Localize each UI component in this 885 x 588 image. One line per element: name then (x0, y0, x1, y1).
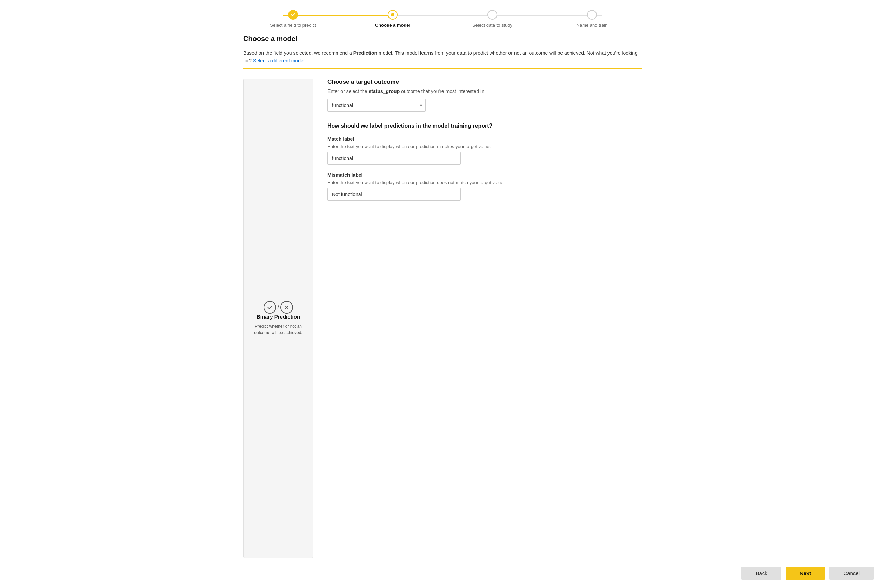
check-cross-icon: / (264, 301, 292, 314)
step-4-label: Name and train (576, 22, 608, 28)
labels-section-title: How should we label predictions in the m… (327, 123, 642, 129)
page-title: Choose a model (243, 35, 642, 43)
model-card-title: Binary Prediction (256, 314, 300, 320)
back-button[interactable]: Back (741, 567, 781, 580)
right-panel: Choose a target outcome Enter or select … (327, 79, 642, 558)
cancel-button[interactable]: Cancel (829, 567, 874, 580)
target-outcome-desc: Enter or select the status_group outcome… (327, 88, 642, 94)
step-3-circle (488, 10, 497, 20)
match-label-name: Match label (327, 136, 642, 142)
info-bold: Prediction (353, 50, 377, 56)
mismatch-label-input[interactable] (327, 188, 461, 201)
target-outcome-title: Choose a target outcome (327, 79, 642, 86)
info-text-1: Based on the field you selected, we reco… (243, 50, 353, 56)
main-content: / Binary Prediction Predict whether or n… (243, 79, 642, 558)
check-icon-circle (264, 301, 276, 314)
match-label-desc: Enter the text you want to display when … (327, 144, 642, 149)
cross-icon-circle (280, 301, 293, 314)
target-outcome-desc-1: Enter or select the (327, 88, 369, 94)
step-3-label: Select data to study (472, 22, 512, 28)
step-2: Choose a model (343, 10, 442, 28)
next-button[interactable]: Next (786, 567, 825, 580)
step-4: Name and train (542, 10, 642, 28)
target-outcome-desc-bold: status_group (369, 88, 400, 94)
model-card-desc: Predict whether or not an outcome will b… (249, 323, 308, 336)
target-outcome-desc-2: outcome that you're most interested in. (400, 88, 486, 94)
step-4-circle (587, 10, 597, 20)
yellow-divider (243, 68, 642, 69)
step-2-label: Choose a model (375, 22, 410, 28)
target-outcome-dropdown[interactable]: functional functional needs repair non f… (327, 99, 426, 112)
info-box: Based on the field you selected, we reco… (243, 49, 642, 65)
match-label-group: Match label Enter the text you want to d… (327, 136, 642, 165)
select-different-model-link[interactable]: Select a different model (253, 58, 304, 63)
mismatch-label-name: Mismatch label (327, 172, 642, 178)
step-1: Select a field to predict (243, 10, 343, 28)
model-card: / Binary Prediction Predict whether or n… (243, 79, 314, 558)
footer: Back Next Cancel (0, 558, 885, 588)
stepper: Select a field to predict Choose a model… (243, 0, 642, 33)
match-label-input[interactable] (327, 152, 461, 165)
step-1-label: Select a field to predict (270, 22, 316, 28)
mismatch-label-desc: Enter the text you want to display when … (327, 180, 642, 185)
mismatch-label-group: Mismatch label Enter the text you want t… (327, 172, 642, 201)
step-3: Select data to study (442, 10, 542, 28)
target-outcome-dropdown-wrapper: functional functional needs repair non f… (327, 99, 426, 112)
step-1-circle (288, 10, 298, 20)
step-2-circle (388, 10, 398, 20)
